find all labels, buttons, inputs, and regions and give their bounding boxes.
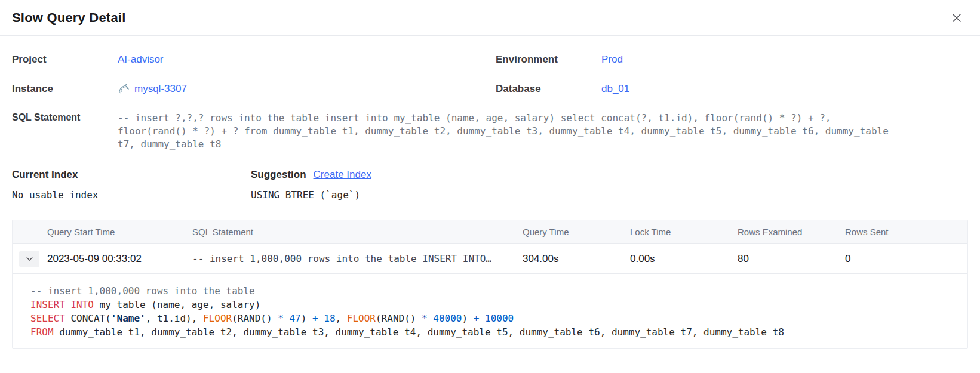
- suggestion-value: USING BTREE (`age`): [251, 189, 968, 201]
- col-sql-statement: SQL Statement: [192, 227, 523, 237]
- project-link[interactable]: AI-advisor: [118, 54, 164, 66]
- close-button[interactable]: [948, 9, 966, 27]
- sql-statement-value: -- insert ?,?,? rows into the table inse…: [118, 112, 900, 151]
- instance-name: mysql-3307: [134, 83, 187, 95]
- chevron-down-icon: [25, 254, 34, 263]
- col-rows-sent: Rows Sent: [845, 227, 967, 237]
- create-index-link[interactable]: Create Index: [314, 169, 371, 181]
- row-expand-button[interactable]: [19, 251, 39, 267]
- environment-link[interactable]: Prod: [601, 54, 623, 66]
- close-icon: [951, 12, 963, 24]
- dialog-body: Project AI-advisor Environment Prod Inst…: [0, 36, 980, 349]
- environment-row: Environment Prod: [496, 54, 968, 66]
- instance-label: Instance: [12, 83, 118, 95]
- col-rows-examined: Rows Examined: [738, 227, 845, 237]
- sql-statement-row: SQL Statement -- insert ?,?,? rows into …: [12, 112, 968, 151]
- info-grid: Project AI-advisor Environment Prod Inst…: [12, 54, 968, 95]
- database-row: Database db_01: [496, 82, 968, 95]
- instance-link[interactable]: mysql-3307: [118, 82, 187, 95]
- table-row[interactable]: 2023-05-09 00:33:02 -- insert 1,000,000 …: [13, 244, 967, 274]
- index-section: Current Index No usable index Suggestion…: [12, 169, 968, 201]
- project-row: Project AI-advisor: [12, 54, 496, 66]
- environment-label: Environment: [496, 54, 601, 66]
- expanded-sql-code: -- insert 1,000,000 rows into the tableI…: [13, 274, 967, 348]
- database-label: Database: [496, 83, 601, 95]
- mysql-dolphin-icon: [118, 82, 130, 95]
- database-link[interactable]: db_01: [601, 83, 629, 95]
- dialog-header: Slow Query Detail: [0, 0, 980, 36]
- suggestion-block: Suggestion Create Index USING BTREE (`ag…: [251, 169, 968, 201]
- col-lock-time: Lock Time: [630, 227, 738, 237]
- current-index-label: Current Index: [12, 169, 251, 181]
- cell-sql-statement: -- insert 1,000,000 rows into the table …: [192, 253, 523, 264]
- current-index-value: No usable index: [12, 189, 251, 201]
- instance-row: Instance mysql-3307: [12, 82, 496, 95]
- cell-query-time: 304.00s: [523, 253, 630, 265]
- cell-rows-examined: 80: [738, 253, 845, 265]
- current-index-block: Current Index No usable index: [12, 169, 251, 201]
- project-label: Project: [12, 54, 118, 66]
- cell-query-start-time: 2023-05-09 00:33:02: [47, 253, 192, 265]
- suggestion-label: Suggestion: [251, 169, 306, 181]
- cell-rows-sent: 0: [845, 253, 967, 265]
- slow-query-log-table: Query Start Time SQL Statement Query Tim…: [12, 220, 968, 349]
- col-query-time: Query Time: [523, 227, 630, 237]
- slow-query-detail-dialog: Slow Query Detail Project AI-advisor Env…: [0, 0, 980, 349]
- table-header-row: Query Start Time SQL Statement Query Tim…: [13, 220, 967, 244]
- col-query-start-time: Query Start Time: [47, 227, 192, 237]
- cell-lock-time: 0.00s: [630, 253, 738, 265]
- page-title: Slow Query Detail: [12, 0, 125, 35]
- sql-statement-label: SQL Statement: [12, 112, 118, 151]
